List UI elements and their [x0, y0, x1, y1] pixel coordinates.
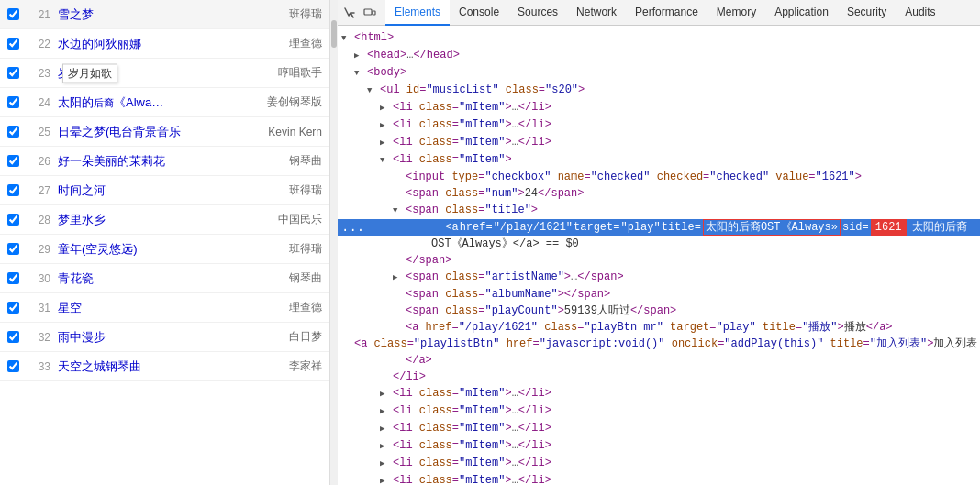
- code-line[interactable]: <li class="mItem">…</li>: [338, 472, 980, 485]
- code-line[interactable]: <li class="mItem">…</li>: [338, 99, 980, 116]
- code-line[interactable]: ▶ <input type="checkbox" name="checked" …: [338, 169, 980, 185]
- code-line[interactable]: <head>…</head>: [338, 47, 980, 64]
- code-line[interactable]: ▶ <span class="num">24</span>: [338, 185, 980, 202]
- expand-arrow[interactable]: [341, 29, 354, 47]
- item-artist-27[interactable]: 班得瑞: [289, 182, 322, 198]
- item-checkbox-29[interactable]: [7, 243, 19, 255]
- code-view[interactable]: <html> <head>…</head> <body> <ul id="mus…: [338, 26, 980, 485]
- expand-arrow[interactable]: [367, 82, 380, 99]
- item-artist-31[interactable]: 理查德: [289, 300, 322, 315]
- item-title-25[interactable]: 日晕之梦(电台背景音乐: [58, 124, 261, 140]
- expand-arrow[interactable]: [380, 437, 393, 455]
- expand-arrow[interactable]: [380, 472, 393, 485]
- item-artist-23[interactable]: 哼唱歌手: [278, 65, 322, 81]
- tab-application[interactable]: Application: [765, 0, 838, 26]
- tab-elements[interactable]: Elements: [385, 0, 450, 26]
- code-line-selected[interactable]: ... ▶ <a href="/play/1621" target="play"…: [338, 219, 980, 236]
- code-line[interactable]: ▶ <span class="playCount">59139人听过</span…: [338, 303, 980, 319]
- code-line[interactable]: <li class="mItem">…</li>: [338, 437, 980, 455]
- item-checkbox-28[interactable]: [7, 214, 19, 226]
- inspect-icon[interactable]: [341, 5, 358, 21]
- code-line[interactable]: ▶ <a href="/play/1621" class="playBtn mr…: [338, 319, 980, 336]
- code-line[interactable]: <li class="mItem">…</li>: [338, 134, 980, 151]
- code-line[interactable]: <li class="mItem">…</li>: [338, 385, 980, 402]
- expand-arrow[interactable]: [380, 99, 393, 116]
- expand-arrow[interactable]: [380, 134, 393, 151]
- code-line[interactable]: <span class="artistName">…</span>: [338, 269, 980, 286]
- item-checkbox-26[interactable]: [7, 155, 19, 167]
- code-line[interactable]: <li class="mItem">…</li>: [338, 420, 980, 437]
- expand-arrow[interactable]: [380, 420, 393, 437]
- item-title-32[interactable]: 雨中漫步: [58, 329, 282, 346]
- item-checkbox-22[interactable]: [7, 38, 19, 50]
- tab-console[interactable]: Console: [450, 0, 508, 26]
- item-title-30[interactable]: 青花瓷: [58, 270, 282, 287]
- scrollbar[interactable]: [330, 0, 338, 485]
- item-checkbox-31[interactable]: [7, 302, 19, 314]
- item-title-33[interactable]: 天空之城钢琴曲: [58, 358, 282, 375]
- code-line[interactable]: <span class="title">: [338, 202, 980, 219]
- expand-arrow[interactable]: [393, 269, 406, 286]
- code-line[interactable]: <li class="mItem">: [338, 151, 980, 169]
- item-checkbox-27[interactable]: [7, 184, 19, 196]
- code-line[interactable]: <li class="mItem">…</li>: [338, 455, 980, 472]
- expand-arrow[interactable]: [380, 402, 393, 420]
- tab-security[interactable]: Security: [838, 0, 896, 26]
- item-artist-28[interactable]: 中国民乐: [278, 212, 322, 227]
- expand-arrow[interactable]: [380, 385, 393, 402]
- tab-performance[interactable]: Performance: [626, 0, 707, 26]
- item-artist-30[interactable]: 钢琴曲: [289, 270, 322, 286]
- item-title-22[interactable]: 水边的阿狄丽娜: [58, 36, 282, 52]
- item-checkbox-25[interactable]: [7, 126, 19, 138]
- item-title-27[interactable]: 时间之河: [58, 182, 282, 199]
- item-artist-21[interactable]: 班得瑞: [289, 6, 322, 22]
- code-line[interactable]: ▶ OST《Always》</a> == $0: [338, 236, 980, 252]
- item-num: 24: [25, 96, 50, 109]
- item-checkbox-24[interactable]: [7, 96, 19, 108]
- item-title-28[interactable]: 梦里水乡: [58, 212, 271, 228]
- item-title-31[interactable]: 星空: [58, 300, 282, 316]
- expand-arrow[interactable]: [393, 202, 406, 219]
- expand-arrow[interactable]: [354, 64, 367, 82]
- item-artist-24[interactable]: 姜创钢琴版: [267, 94, 322, 110]
- item-artist-26[interactable]: 钢琴曲: [289, 153, 322, 169]
- expand-arrow[interactable]: [380, 151, 393, 169]
- tab-network[interactable]: Network: [567, 0, 626, 26]
- code-line[interactable]: <body>: [338, 64, 980, 82]
- item-title-29[interactable]: 童年(空灵悠远): [58, 241, 282, 258]
- tab-sources[interactable]: Sources: [508, 0, 567, 26]
- item-artist-33[interactable]: 李家祥: [289, 358, 322, 374]
- item-checkbox-32[interactable]: [7, 331, 19, 343]
- code-line[interactable]: ▶ <span class="albumName"></span>: [338, 286, 980, 303]
- expand-arrow[interactable]: [354, 47, 367, 64]
- device-icon[interactable]: [362, 5, 378, 21]
- tab-memory[interactable]: Memory: [707, 0, 765, 26]
- item-artist-22[interactable]: 理查德: [289, 36, 322, 51]
- code-line[interactable]: ▶ </a>: [338, 352, 980, 369]
- expand-arrow[interactable]: [380, 455, 393, 472]
- code-line[interactable]: ▶ <a class="playlistBtn" href="javascrip…: [338, 336, 980, 352]
- item-checkbox-30[interactable]: [7, 272, 19, 284]
- code-line[interactable]: <li class="mItem">…</li>: [338, 402, 980, 420]
- item-checkbox-23[interactable]: [7, 67, 19, 79]
- code-line[interactable]: ▶ </span>: [338, 252, 980, 269]
- scroll-thumb[interactable]: [331, 20, 337, 48]
- item-checkbox-21[interactable]: [7, 8, 19, 20]
- item-num: 33: [25, 360, 50, 373]
- code-line[interactable]: <html>: [338, 29, 980, 47]
- item-title-26[interactable]: 好一朵美丽的茉莉花: [58, 153, 282, 170]
- expand-arrow[interactable]: [380, 116, 393, 134]
- code-line[interactable]: ▶ </li>: [338, 369, 980, 385]
- code-line[interactable]: <ul id="musicList" class="s20">: [338, 82, 980, 99]
- item-artist-25[interactable]: Kevin Kern: [268, 126, 322, 138]
- code-line[interactable]: <li class="mItem">…</li>: [338, 116, 980, 134]
- svg-rect-1: [373, 11, 375, 15]
- list-item: 31 星空 理查德: [0, 293, 329, 323]
- item-artist-32[interactable]: 白日梦: [289, 329, 322, 345]
- tab-audits[interactable]: Audits: [896, 0, 944, 26]
- music-list: 21 雪之梦 班得瑞 22 水边的阿狄丽娜 理查德 23 岁月如歌 岁月如歌 哼…: [0, 0, 329, 381]
- item-title-21[interactable]: 雪之梦: [58, 6, 282, 23]
- item-artist-29[interactable]: 班得瑞: [289, 241, 322, 257]
- item-checkbox-33[interactable]: [7, 360, 19, 372]
- item-title-24[interactable]: 太阳的后裔《Alwa…: [58, 94, 260, 111]
